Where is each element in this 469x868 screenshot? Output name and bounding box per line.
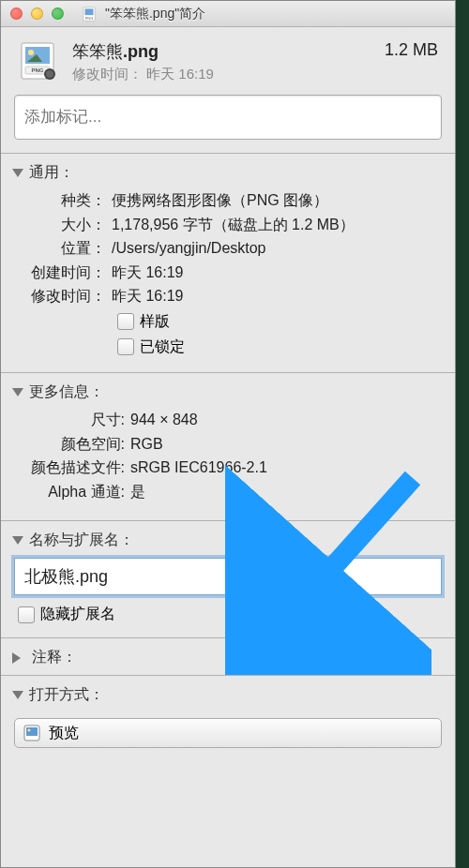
section-title: 打开方式： xyxy=(29,685,104,705)
chevron-down-icon xyxy=(12,536,23,545)
tags-input[interactable] xyxy=(14,95,442,140)
kind-value: 便携网络图形图像（PNG 图像） xyxy=(112,190,438,211)
modified-value: 昨天 16:19 xyxy=(112,286,438,307)
profile-label: 颜色描述文件: xyxy=(18,457,130,478)
open-with-app-name: 预览 xyxy=(49,724,79,743)
filename: 笨笨熊.png xyxy=(72,40,385,63)
stationery-label: 样版 xyxy=(140,312,170,332)
filename-ext: .png xyxy=(123,42,159,61)
filename-base: 笨笨熊 xyxy=(72,42,123,61)
size-label: 大小： xyxy=(18,215,112,235)
hide-extension-label: 隐藏扩展名 xyxy=(40,605,115,624)
section-title: 通用： xyxy=(29,163,74,183)
file-header: PNG 笨笨熊.png 修改时间： 昨天 16:19 1.2 MB xyxy=(1,27,455,95)
section-comments: 注释： xyxy=(1,637,455,675)
traffic-lights xyxy=(10,7,64,20)
alpha-value: 是 xyxy=(130,482,438,502)
preview-app-icon xyxy=(23,724,41,742)
section-title: 更多信息： xyxy=(29,382,104,402)
chevron-down-icon xyxy=(12,169,23,177)
dimensions-value: 944 × 848 xyxy=(130,410,438,430)
chevron-down-icon xyxy=(12,691,23,699)
section-header-open-with[interactable]: 打开方式： xyxy=(1,676,455,712)
titlebar[interactable]: PNG "笨笨熊.png"简介 xyxy=(1,1,455,27)
svg-rect-1 xyxy=(85,8,94,15)
chevron-right-icon xyxy=(12,652,26,664)
alpha-label: Alpha 通道: xyxy=(18,482,130,502)
svg-point-10 xyxy=(46,70,53,78)
section-name-extension: 名称与扩展名： 隐藏扩展名 xyxy=(1,520,455,637)
svg-text:PNG: PNG xyxy=(31,67,43,73)
minimize-button[interactable] xyxy=(31,7,43,20)
section-header-name-ext[interactable]: 名称与扩展名： xyxy=(1,521,455,558)
section-header-comments[interactable]: 注释： xyxy=(1,638,455,675)
colorspace-value: RGB xyxy=(130,434,438,455)
file-size: 1.2 MB xyxy=(385,40,438,60)
title-file-icon: PNG xyxy=(81,6,98,22)
hide-extension-checkbox[interactable] xyxy=(18,606,35,623)
svg-rect-12 xyxy=(26,727,38,736)
svg-point-5 xyxy=(28,50,34,55)
name-extension-input[interactable] xyxy=(14,558,442,595)
created-label: 创建时间： xyxy=(18,262,112,283)
section-header-general[interactable]: 通用： xyxy=(1,154,455,190)
section-more-info: 更多信息： 尺寸:944 × 848 颜色空间:RGB 颜色描述文件:sRGB … xyxy=(1,372,455,520)
created-value: 昨天 16:19 xyxy=(112,262,438,283)
open-with-select[interactable]: 预览 xyxy=(14,718,442,748)
modified-time: 修改时间： 昨天 16:19 xyxy=(72,66,385,83)
section-header-more-info[interactable]: 更多信息： xyxy=(1,373,455,410)
colorspace-label: 颜色空间: xyxy=(18,434,130,455)
where-label: 位置： xyxy=(18,238,112,259)
profile-value: sRGB IEC61966-2.1 xyxy=(130,457,438,478)
size-value: 1,178,956 字节（磁盘上的 1.2 MB） xyxy=(112,215,438,235)
locked-checkbox[interactable] xyxy=(117,338,134,355)
info-window: PNG "笨笨熊.png"简介 PNG 笨笨熊.png 修改时间： 昨天 16:… xyxy=(0,0,456,868)
modified-label: 修改时间： xyxy=(18,286,112,307)
dimensions-label: 尺寸: xyxy=(18,410,130,430)
zoom-button[interactable] xyxy=(52,7,64,20)
section-open-with: 打开方式： 预览 xyxy=(1,675,455,761)
chevron-down-icon xyxy=(12,388,23,397)
section-title: 名称与扩展名： xyxy=(29,531,134,550)
close-button[interactable] xyxy=(10,7,23,20)
file-icon-large: PNG xyxy=(18,40,59,82)
section-title: 注释： xyxy=(32,648,77,667)
stationery-checkbox[interactable] xyxy=(117,313,134,330)
window-title: "笨笨熊.png"简介 xyxy=(105,6,205,22)
locked-label: 已锁定 xyxy=(140,337,185,357)
section-general: 通用： 种类：便携网络图形图像（PNG 图像） 大小：1,178,956 字节（… xyxy=(1,153,455,372)
kind-label: 种类： xyxy=(18,190,112,211)
svg-point-13 xyxy=(28,729,31,732)
svg-text:PNG: PNG xyxy=(85,16,94,21)
where-value: /Users/yangjin/Desktop xyxy=(112,238,438,259)
